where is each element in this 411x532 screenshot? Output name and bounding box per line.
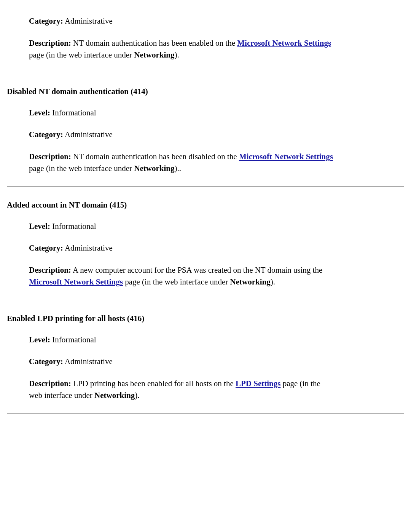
- description-label: Description:: [29, 379, 71, 388]
- event-section-414: Disabled NT domain authentication (414) …: [7, 87, 404, 175]
- level-label: Level:: [29, 335, 50, 344]
- event-section-416: Enabled LPD printing for all hosts (416)…: [7, 314, 404, 402]
- lpd-settings-link[interactable]: LPD Settings: [236, 379, 280, 388]
- networking-term: Networking: [94, 391, 135, 400]
- description-mid: page (in the web interface under: [123, 277, 230, 286]
- description-label: Description:: [29, 38, 71, 48]
- description-row: Description: NT domain authentication ha…: [29, 37, 336, 61]
- category-value: Administrative: [65, 243, 113, 252]
- description-post: ).: [175, 50, 179, 59]
- description-post: ).: [271, 277, 275, 286]
- ms-network-settings-link[interactable]: Microsoft Network Settings: [29, 277, 123, 286]
- separator: [7, 73, 404, 73]
- level-row: Level: Informational: [29, 220, 336, 233]
- event-heading: Added account in NT domain (415): [7, 200, 404, 210]
- category-row: Category: Administrative: [29, 356, 336, 368]
- event-section-415: Added account in NT domain (415) Level: …: [7, 200, 404, 288]
- description-row: Description: NT domain authentication ha…: [29, 151, 336, 175]
- networking-term: Networking: [230, 277, 271, 286]
- networking-term: Networking: [134, 164, 174, 173]
- description-post: )..: [175, 164, 182, 173]
- description-row: Description: LPD printing has been enabl…: [29, 378, 336, 402]
- category-row: Category: Administrative: [29, 129, 336, 141]
- level-value: Informational: [52, 108, 96, 117]
- separator: [7, 186, 404, 187]
- description-pre: NT domain authentication has been enable…: [73, 38, 237, 48]
- category-value: Administrative: [65, 16, 113, 26]
- event-section-partial: Category: Administrative Description: NT…: [7, 0, 404, 61]
- ms-network-settings-link[interactable]: Microsoft Network Settings: [239, 152, 333, 161]
- separator: [7, 300, 404, 300]
- description-mid: page (in the web interface under: [29, 50, 134, 59]
- separator: [7, 413, 404, 414]
- networking-term: Networking: [134, 50, 174, 59]
- category-value: Administrative: [65, 357, 113, 366]
- level-label: Level:: [29, 222, 50, 231]
- description-post: ).: [135, 391, 139, 400]
- level-value: Informational: [52, 222, 96, 231]
- level-value: Informational: [52, 335, 96, 344]
- category-label: Category:: [29, 130, 63, 139]
- event-heading: Enabled LPD printing for all hosts (416): [7, 314, 404, 323]
- level-row: Level: Informational: [29, 107, 336, 119]
- description-pre: NT domain authentication has been disabl…: [73, 152, 239, 161]
- level-label: Level:: [29, 108, 50, 117]
- category-label: Category:: [29, 16, 63, 26]
- level-row: Level: Informational: [29, 334, 336, 346]
- category-label: Category:: [29, 243, 63, 252]
- description-pre: A new computer account for the PSA was c…: [73, 265, 322, 275]
- category-value: Administrative: [65, 130, 113, 139]
- description-pre: LPD printing has been enabled for all ho…: [73, 379, 236, 388]
- category-label: Category:: [29, 357, 63, 366]
- event-heading: Disabled NT domain authentication (414): [7, 87, 404, 96]
- description-row: Description: A new computer account for …: [29, 264, 336, 288]
- category-row: Category: Administrative: [29, 242, 336, 254]
- description-label: Description:: [29, 152, 71, 161]
- description-mid: page (in the web interface under: [29, 164, 134, 173]
- ms-network-settings-link[interactable]: Microsoft Network Settings: [237, 38, 331, 48]
- category-row: Category: Administrative: [29, 15, 336, 27]
- description-label: Description:: [29, 265, 71, 275]
